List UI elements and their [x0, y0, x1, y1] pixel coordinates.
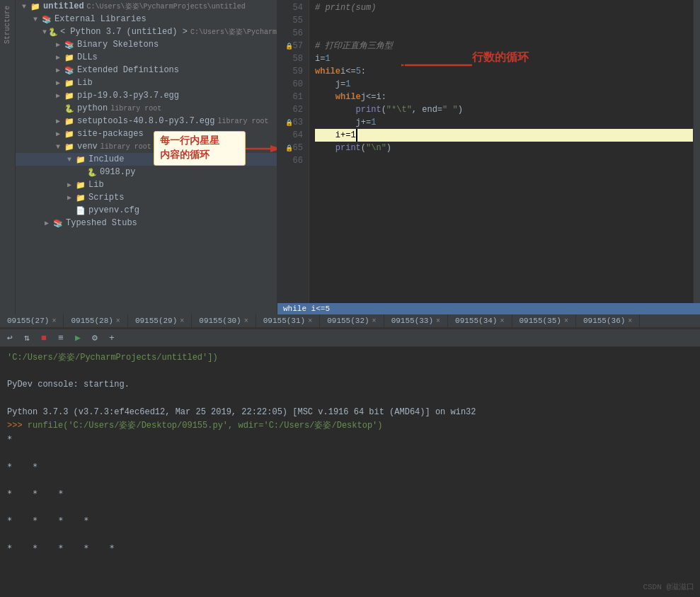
arrow-ext-libs: ▼	[30, 16, 41, 23]
watermark: CSDN @滋滋口	[643, 581, 694, 594]
tab-close-33[interactable]: ×	[436, 317, 440, 325]
console-line-empty1	[7, 365, 693, 378]
project-sidebar: ▼ 📁 untitled C:\Users\姿姿\PycharmProjects…	[16, 0, 277, 314]
console-settings-btn[interactable]: ≡	[54, 331, 68, 345]
tree-item-python-root[interactable]: 🐍 python library root	[16, 102, 277, 115]
tab-close-36[interactable]: ×	[628, 317, 632, 325]
tab-close-29[interactable]: ×	[180, 317, 184, 325]
ln-66: 66	[277, 154, 303, 167]
arrow-scripts: ▶	[64, 193, 75, 202]
tree-item-dlls[interactable]: ▶ 📁 DLLs	[16, 51, 277, 64]
tab-09155-35[interactable]: 09155(35) ×	[512, 314, 576, 327]
tab-label-34: 09155(34)	[455, 317, 497, 325]
tab-09155-29[interactable]: 09155(29) ×	[128, 314, 192, 327]
console-empty5	[7, 501, 693, 514]
ln-54: 54	[277, 1, 303, 14]
console-run-btn[interactable]: ▶	[71, 331, 85, 345]
lib-icon-ext-defs: 📚	[64, 64, 75, 76]
console-add-btn[interactable]: +	[105, 331, 119, 345]
code-line-65: print("\n")	[315, 142, 693, 154]
tree-item-python37[interactable]: ▼ 🐍 < Python 3.7 (untitled) > C:\Users\姿…	[16, 25, 277, 38]
tab-close-34[interactable]: ×	[500, 317, 504, 325]
tab-close-35[interactable]: ×	[564, 317, 568, 325]
console-area: ↩ ⇅ ■ ≡ ▶ ⚙ + 'C:/Users/姿姿/PycharmProjec…	[0, 328, 700, 597]
arrow-pyvenv	[64, 207, 75, 215]
folder-icon-pip: 📁	[64, 90, 75, 101]
folder-icon-site: 📁	[64, 128, 75, 140]
editor-tabs: 09155(27) × 09155(28) × 09155(29) × 0915…	[0, 314, 700, 328]
tab-09155-34[interactable]: 09155(34) ×	[448, 314, 512, 327]
console-rerun-btn[interactable]: ↩	[3, 331, 17, 345]
tab-09155-28[interactable]: 09155(28) ×	[64, 314, 127, 327]
tab-label-33: 09155(33)	[391, 317, 433, 325]
console-gear-btn[interactable]: ⚙	[88, 331, 102, 345]
tree-item-binary-skeletons[interactable]: ▶ 📚 Binary Skeletons	[16, 38, 277, 51]
tab-09155-36[interactable]: 09155(36) ×	[576, 314, 640, 327]
label-setuptools-extra: library root	[217, 118, 268, 125]
code-line-56	[315, 27, 693, 40]
tab-close-27[interactable]: ×	[52, 317, 56, 325]
tree-item-pip[interactable]: ▶ 📁 pip-19.0.3-py3.7.egg	[16, 89, 277, 102]
tab-09155-27[interactable]: 09155(27) ×	[0, 314, 64, 327]
tab-09155-31[interactable]: 09155(31) ×	[256, 314, 320, 327]
arrow-ext-defs: ▶	[52, 66, 64, 74]
tab-close-28[interactable]: ×	[116, 317, 120, 325]
label-python-root: python	[77, 103, 108, 113]
label-python-root-extra: library root	[110, 105, 161, 113]
status-text: while i<=5	[283, 305, 330, 313]
structure-label[interactable]: Structure	[1, 0, 13, 50]
console-path-text: 'C:/Users/姿姿/PycharmProjects/untitled'])	[7, 353, 218, 363]
arrow-untitled: ▼	[18, 3, 30, 11]
tree-item-lib[interactable]: ▶ 📁 Lib	[16, 76, 277, 89]
tab-label-31: 09155(31)	[263, 317, 305, 325]
ln-55: 55	[277, 14, 303, 27]
code-line-61: while j<=i:	[315, 91, 693, 103]
console-prompt: >>>	[7, 421, 28, 431]
folder-icon-lib2: 📁	[75, 179, 86, 191]
tab-close-32[interactable]: ×	[372, 317, 377, 325]
tab-close-31[interactable]: ×	[308, 317, 312, 325]
console-body[interactable]: 'C:/Users/姿姿/PycharmProjects/untitled'])…	[0, 347, 700, 597]
watermark-text: CSDN @滋滋口	[643, 583, 694, 591]
tree-item-scripts[interactable]: ▶ 📁 Scripts	[16, 191, 277, 204]
arrow-pip: ▶	[52, 91, 64, 100]
tab-label-30: 09155(30)	[199, 317, 241, 325]
tree-item-0918py[interactable]: 🐍 0918.py	[16, 166, 277, 178]
tree-item-lib2[interactable]: ▶ 📁 Lib	[16, 178, 277, 191]
tree-item-setuptools[interactable]: ▶ 📁 setuptools-40.8.0-py3.7.egg library …	[16, 115, 277, 127]
label-untitled: untitled	[43, 1, 84, 11]
console-stop-btn[interactable]: ■	[37, 331, 51, 345]
label-extended-defs: Extended Definitions	[77, 65, 179, 75]
ln-59: 59	[277, 65, 303, 78]
arrow-site-packages: ▶	[52, 130, 64, 138]
tree-item-typeshed[interactable]: ▶ 📚 Typeshed Stubs	[16, 217, 277, 229]
right-scrollbar[interactable]	[693, 0, 700, 303]
console-empty4	[7, 474, 693, 487]
label-scripts: Scripts	[88, 193, 124, 203]
label-dlls: DLLs	[77, 52, 98, 62]
tree-item-external-libs[interactable]: ▼ 📚 External Libraries	[16, 13, 277, 25]
code-line-55	[315, 14, 693, 27]
tree-item-extended-defs[interactable]: ▶ 📚 Extended Definitions	[16, 64, 277, 76]
tree-item-untitled[interactable]: ▼ 📁 untitled C:\Users\姿姿\PycharmProjects…	[16, 0, 277, 13]
tab-09155-33[interactable]: 09155(33) ×	[384, 314, 448, 327]
arrow-include: ▼	[64, 156, 75, 164]
tab-close-30[interactable]: ×	[244, 317, 248, 325]
arrow-venv: ▼	[52, 143, 64, 151]
folder-icon-setuptools: 📁	[64, 115, 75, 127]
tab-09155-32[interactable]: 09155(32) ×	[320, 314, 384, 327]
tab-label-27: 09155(27)	[7, 317, 49, 325]
tab-09155-30[interactable]: 09155(30) ×	[192, 314, 256, 327]
code-editor[interactable]: # print(sum) # 打印正直角三角型 i = 1 while i<=5…	[309, 0, 693, 303]
folder-icon-dlls: 📁	[64, 52, 75, 63]
code-line-59: while i<=5:	[315, 65, 693, 78]
console-stars-4: * * * *	[7, 514, 693, 528]
label-external-libs: External Libraries	[54, 14, 147, 24]
ln-63: 🔒63	[277, 116, 303, 129]
editor-status-bar: while i<=5	[277, 303, 700, 314]
console-scroll-btn[interactable]: ⇅	[20, 331, 34, 345]
label-setuptools: setuptools-40.8.0-py3.7.egg	[77, 116, 214, 126]
folder-icon-scripts: 📁	[75, 192, 86, 203]
label-pip: pip-19.0.3-py3.7.egg	[77, 91, 179, 101]
tree-item-pyvenv[interactable]: 📄 pyvenv.cfg	[16, 204, 277, 217]
